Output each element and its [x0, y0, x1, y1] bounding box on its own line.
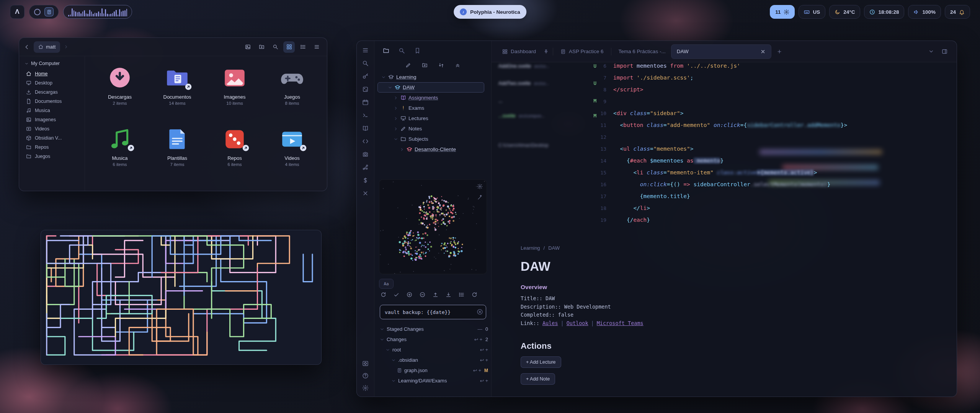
git-row-graph-json[interactable]: graph.json↩ +M	[378, 365, 488, 376]
link-microsoft-teams[interactable]: Microsoft Teams	[597, 320, 644, 326]
new-folder-button[interactable]	[256, 41, 267, 53]
menu-button[interactable]	[311, 41, 322, 53]
breadcrumb-item[interactable]: DAW	[548, 245, 560, 251]
pane-handle[interactable]: Aa	[379, 279, 394, 289]
graph-view[interactable]	[379, 179, 487, 274]
commit-message-input[interactable]	[380, 305, 486, 319]
screenshot-tool-button[interactable]	[242, 41, 253, 53]
tab-daw[interactable]: DAW	[671, 44, 771, 59]
panel-tab-folder-icon[interactable]	[383, 47, 389, 54]
explorer-item-exams[interactable]: Exams	[377, 103, 488, 113]
git-row-actions[interactable]: ↩ +	[480, 347, 488, 353]
git-row-staged-changes[interactable]: Staged Changes—0	[378, 324, 488, 334]
explorer-item-daw[interactable]: DAW	[377, 82, 484, 93]
code-block[interactable]: 6import mementoes from '../../store.js'7…	[600, 60, 847, 226]
ribbon-close-icon[interactable]	[362, 190, 369, 197]
git-row-actions[interactable]: ↩ +M	[473, 367, 488, 373]
git-refresh-icon[interactable]	[381, 292, 386, 298]
explorer-item-desarrollo-cliente[interactable]: Desarrollo-Cliente	[377, 144, 488, 154]
ribbon-code-icon[interactable]	[362, 138, 369, 145]
folder-plantillas[interactable]: Plantillas7 items	[150, 124, 204, 185]
git-row-changes[interactable]: Changes↩ +2	[378, 334, 488, 345]
git-row-actions[interactable]: ↩ +	[480, 357, 488, 363]
sidebar-item-videos[interactable]: Videos	[23, 124, 81, 133]
explorer-item-subjects[interactable]: Subjects	[377, 134, 488, 144]
explorer-pencil-icon[interactable]	[405, 62, 411, 68]
git-row-actions[interactable]: ↩ +2	[474, 337, 488, 342]
tab-dashboard[interactable]: Dashboard	[497, 44, 541, 59]
breadcrumb-item[interactable]: Learning	[521, 245, 540, 251]
sidebar-item-imagenes[interactable]: Imagenes	[23, 115, 81, 124]
updates-module[interactable]: 11	[770, 5, 795, 19]
git-row-obsidian[interactable]: .obsidian↩ +	[378, 355, 488, 365]
media-widget[interactable]: ♪ Polyphia - Neurotica	[454, 5, 526, 19]
ribbon-vault-icon[interactable]	[362, 360, 369, 367]
git-upload-icon[interactable]	[433, 292, 438, 298]
git-list-icon[interactable]	[459, 292, 464, 298]
git-row-root[interactable]: root↩ +	[378, 345, 488, 355]
filter-icon[interactable]	[477, 195, 483, 200]
folder-musica[interactable]: Musica6 items	[93, 124, 147, 185]
ribbon-book-icon[interactable]	[362, 125, 369, 132]
link-aules[interactable]: Aules	[542, 320, 558, 326]
sidebar-item-documentos[interactable]: Documentos	[23, 97, 81, 106]
folder-descargas[interactable]: Descargas2 items	[93, 62, 147, 124]
ribbon-calendar-icon[interactable]	[362, 99, 369, 106]
ribbon-help-icon[interactable]	[362, 372, 369, 379]
clock-module[interactable]: 18:08:28	[864, 5, 904, 19]
weather-module[interactable]: 24°C	[829, 5, 860, 19]
folder-imagenes[interactable]: Imagenes10 items	[207, 62, 262, 124]
gear-icon[interactable]	[477, 184, 483, 189]
sidebar-item-obsidian-v[interactable]: Obsidian V...	[23, 133, 81, 143]
panel-tab-bookmark-icon[interactable]	[414, 47, 421, 54]
launcher-button[interactable]: Λ	[10, 5, 24, 19]
fm-sidebar-header[interactable]: My Computer	[24, 61, 81, 66]
ribbon-dice-icon[interactable]	[362, 86, 369, 93]
explorer-item-notes[interactable]: Notes	[377, 124, 488, 134]
keyboard-layout-module[interactable]: US	[799, 5, 825, 19]
workspace-switcher[interactable]	[29, 5, 59, 19]
panel-tab-search-icon[interactable]	[399, 47, 405, 54]
clear-message-icon[interactable]	[477, 309, 483, 315]
sidebar-item-juegos[interactable]: Juegos	[23, 152, 81, 161]
git-row-actions[interactable]: —0	[478, 327, 488, 332]
add-lecture-button[interactable]: + Add Lecture	[521, 356, 561, 368]
workspace-2-indicator[interactable]	[44, 7, 54, 16]
graph-canvas[interactable]	[379, 180, 487, 274]
search-button[interactable]	[270, 41, 281, 53]
ribbon-search-icon[interactable]	[362, 60, 369, 67]
explorer-item-learning[interactable]: Learning	[377, 72, 488, 82]
git-row-learning-daw-exams[interactable]: Learning/DAW/Exams↩ +	[378, 376, 488, 386]
explorer-folder-plus-icon[interactable]	[422, 62, 428, 68]
grid-view-button[interactable]	[283, 41, 295, 53]
git-check-icon[interactable]	[394, 292, 399, 298]
volume-module[interactable]: 100%	[908, 5, 941, 19]
sidebar-item-musica[interactable]: Musica	[23, 106, 81, 115]
list-view-button[interactable]	[297, 41, 309, 53]
close-icon[interactable]	[760, 49, 766, 54]
tab-tema-6-practicas[interactable]: Tema 6 Prácticas -...	[613, 44, 671, 59]
explorer-collapse-icon[interactable]	[455, 62, 461, 68]
git-minus-circle-icon[interactable]	[420, 292, 425, 298]
link-outlook[interactable]: Outlook	[567, 320, 588, 326]
explorer-sort-icon[interactable]	[438, 62, 444, 68]
folder-documentos[interactable]: Documentos14 items	[150, 62, 204, 124]
sidebar-item-descargas[interactable]: Descargas	[23, 88, 81, 97]
ribbon-menu-icon[interactable]	[362, 47, 369, 54]
ribbon-gear-icon[interactable]	[362, 385, 369, 391]
split-editor-button[interactable]	[942, 49, 947, 54]
back-icon[interactable]	[24, 44, 30, 50]
tab-list-button[interactable]	[928, 49, 934, 54]
explorer-item-lectures[interactable]: Lectures	[377, 113, 488, 124]
ribbon-graph-icon[interactable]	[362, 164, 369, 171]
workspace-1-indicator[interactable]	[34, 9, 41, 15]
explorer-item-assignments[interactable]: Assignments	[377, 93, 488, 103]
folder-videos[interactable]: Videos4 items	[265, 124, 319, 185]
sidebar-item-home[interactable]: Home	[23, 69, 81, 78]
sidebar-item-desktop[interactable]: Desktop	[23, 78, 81, 88]
ribbon-terminal-icon[interactable]	[362, 112, 369, 119]
git-plus-circle-icon[interactable]	[407, 292, 412, 298]
folder-juegos[interactable]: Juegos8 items	[265, 62, 319, 124]
ribbon-dollar-icon[interactable]	[362, 177, 369, 184]
pin-button[interactable]	[541, 49, 551, 54]
